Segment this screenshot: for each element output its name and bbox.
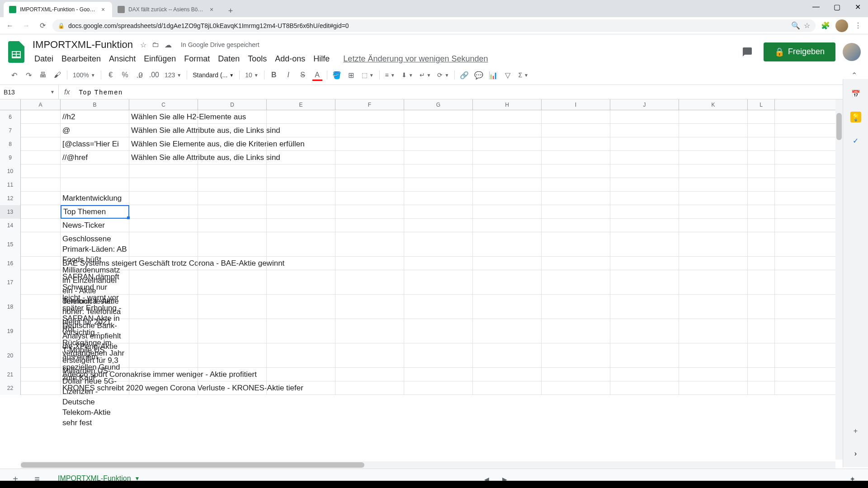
cell[interactable] xyxy=(404,192,473,205)
increase-decimal-button[interactable]: .00 xyxy=(147,68,161,82)
vertical-scrollbar[interactable] xyxy=(835,99,843,460)
column-header[interactable]: G xyxy=(404,99,473,110)
cell[interactable] xyxy=(335,137,404,151)
cell[interactable] xyxy=(404,164,473,178)
name-box[interactable]: B13 ▼ xyxy=(0,85,59,99)
cell[interactable] xyxy=(198,232,267,257)
menu-icon[interactable]: ⋮ xyxy=(852,19,864,32)
row-header[interactable]: 6 xyxy=(0,110,21,124)
cell[interactable] xyxy=(61,164,129,178)
cell[interactable] xyxy=(748,124,775,137)
font-size-dropdown[interactable]: 10 ▼ xyxy=(242,68,261,82)
menu-addons[interactable]: Add-ons xyxy=(271,52,309,66)
column-header[interactable]: E xyxy=(267,99,335,110)
wrap-button[interactable]: ↵▼ xyxy=(417,68,434,82)
cell[interactable] xyxy=(679,270,748,295)
cell[interactable] xyxy=(335,319,404,343)
cell[interactable] xyxy=(610,137,679,151)
cell[interactable] xyxy=(335,124,404,137)
cell[interactable] xyxy=(198,124,267,137)
cell[interactable]: [@class='Hier Ei xyxy=(61,137,129,151)
cell[interactable] xyxy=(679,205,748,219)
cell[interactable] xyxy=(129,295,198,319)
tasks-icon[interactable]: ✓ xyxy=(847,131,865,150)
cell[interactable] xyxy=(679,178,748,192)
collapse-panel-icon[interactable]: › xyxy=(847,445,865,463)
comments-button[interactable] xyxy=(738,43,756,61)
bold-button[interactable]: B xyxy=(267,68,281,82)
cell[interactable] xyxy=(542,219,610,232)
cell[interactable] xyxy=(473,151,542,164)
cell[interactable] xyxy=(404,319,473,343)
last-edit-link[interactable]: Letzte Änderung vor wenigen Sekunden xyxy=(340,52,491,66)
cell[interactable] xyxy=(610,270,679,295)
cell[interactable] xyxy=(542,368,610,381)
functions-button[interactable]: Σ▼ xyxy=(515,68,531,82)
redo-button[interactable]: ↷ xyxy=(22,68,35,82)
row-header[interactable]: 8 xyxy=(0,137,21,151)
cell[interactable] xyxy=(473,205,542,219)
cell[interactable] xyxy=(267,232,335,257)
cell[interactable] xyxy=(267,257,335,270)
row-header[interactable]: 17 xyxy=(0,270,21,295)
cell[interactable] xyxy=(473,343,542,368)
cell[interactable] xyxy=(198,164,267,178)
column-header[interactable]: K xyxy=(679,99,748,110)
spreadsheet-grid[interactable]: ABCDEFGHIJKL 6//h2Wählen Sie alle H2-Ele… xyxy=(0,99,868,469)
new-tab-button[interactable]: + xyxy=(224,5,237,17)
cell[interactable] xyxy=(404,137,473,151)
cell[interactable] xyxy=(542,270,610,295)
cell[interactable] xyxy=(610,343,679,368)
cell[interactable] xyxy=(129,178,198,192)
cell[interactable] xyxy=(404,219,473,232)
extensions-icon[interactable]: 🧩 xyxy=(819,19,832,32)
percent-button[interactable]: % xyxy=(118,68,132,82)
cell[interactable] xyxy=(473,164,542,178)
cell[interactable] xyxy=(542,192,610,205)
cell[interactable] xyxy=(198,178,267,192)
cell[interactable]: SAFRAN dämpft Schwund nur leicht - warnt… xyxy=(61,270,129,295)
text-color-button[interactable]: A xyxy=(311,68,324,82)
cell[interactable]: Marktentwicklung xyxy=(61,192,129,205)
cell[interactable] xyxy=(542,164,610,178)
cell[interactable] xyxy=(748,137,775,151)
cell[interactable] xyxy=(335,368,404,381)
currency-button[interactable]: € xyxy=(104,68,118,82)
strikethrough-button[interactable]: S xyxy=(296,68,310,82)
italic-button[interactable]: I xyxy=(282,68,295,82)
browser-tab-active[interactable]: IMPORTXML-Funktion - Google × xyxy=(4,2,112,17)
cell[interactable] xyxy=(267,319,335,343)
add-icon[interactable]: + xyxy=(847,422,865,440)
cell[interactable] xyxy=(129,270,198,295)
format-number-dropdown[interactable]: 123 ▼ xyxy=(162,68,184,82)
zoom-icon[interactable]: 🔍 xyxy=(791,21,800,30)
cell[interactable] xyxy=(679,164,748,178)
cell[interactable] xyxy=(679,192,748,205)
cell[interactable]: T-Mobile US ersteigert für 9,3 Milliarde… xyxy=(61,343,129,368)
column-header[interactable]: A xyxy=(21,99,61,110)
cell[interactable] xyxy=(748,151,775,164)
cell[interactable] xyxy=(404,368,473,381)
decrease-decimal-button[interactable]: .0̷ xyxy=(133,68,146,82)
cell[interactable] xyxy=(542,257,610,270)
cell[interactable] xyxy=(679,257,748,270)
cell[interactable]: Adecco spürt Coronakrise immer weniger -… xyxy=(61,368,129,381)
star-icon[interactable]: ☆ xyxy=(140,41,146,49)
cell[interactable] xyxy=(542,124,610,137)
cell[interactable] xyxy=(198,270,267,295)
cell[interactable] xyxy=(129,343,198,368)
cell[interactable] xyxy=(404,270,473,295)
cell[interactable] xyxy=(335,232,404,257)
cell[interactable] xyxy=(542,232,610,257)
link-button[interactable]: 🔗 xyxy=(458,68,471,82)
cell[interactable] xyxy=(473,219,542,232)
halign-button[interactable]: ≡▼ xyxy=(382,68,398,82)
cell[interactable] xyxy=(129,319,198,343)
cell[interactable] xyxy=(404,124,473,137)
cell[interactable] xyxy=(748,110,775,124)
cell[interactable] xyxy=(129,164,198,178)
cell[interactable] xyxy=(267,110,335,124)
menu-tools[interactable]: Tools xyxy=(244,52,270,66)
cell[interactable] xyxy=(335,151,404,164)
cell[interactable] xyxy=(267,381,335,395)
